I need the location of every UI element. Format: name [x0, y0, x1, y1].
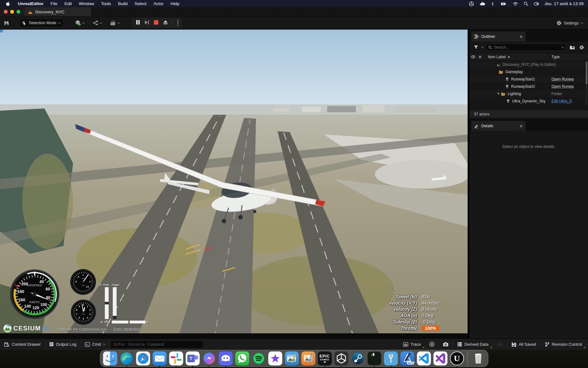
menu-unrealeditor[interactable]: UnrealEditor: [14, 1, 47, 6]
dock-icon-imovie[interactable]: [268, 351, 282, 366]
dock-icon-epic-games[interactable]: EPICGAMES: [318, 351, 332, 366]
close-icon[interactable]: [520, 35, 523, 38]
outliner-search-input[interactable]: [494, 45, 560, 50]
menu-window[interactable]: Window: [75, 1, 98, 6]
favorite-column-star-icon[interactable]: [476, 55, 483, 59]
chevron-down-icon[interactable]: [481, 45, 484, 48]
dock-icon-edge[interactable]: [119, 351, 133, 366]
add-actor-button[interactable]: [75, 20, 84, 26]
dock-icon-terminal[interactable]: $: [367, 351, 381, 366]
dock-icon-unity[interactable]: [334, 351, 348, 366]
screenshot-button[interactable]: [439, 339, 453, 350]
menu-edit[interactable]: Edit: [61, 1, 75, 6]
open-runway-link[interactable]: Open Runwa: [551, 77, 587, 81]
visibility-column-eye-icon[interactable]: [470, 55, 476, 59]
dock-icon-whatsapp[interactable]: [235, 351, 249, 366]
selection-mode-dropdown[interactable]: Selection Mode: [19, 18, 64, 27]
close-icon[interactable]: [520, 125, 523, 128]
dock-icon-finder[interactable]: [103, 351, 117, 366]
tree-row-level[interactable]: Discovery_NYC (Play In Editor): [470, 61, 588, 68]
save-button[interactable]: [4, 20, 9, 26]
console-command-input[interactable]: [114, 341, 200, 348]
terminal-icon: [85, 342, 90, 347]
dock-icon-photo-editor[interactable]: [285, 351, 299, 366]
pie-options-kebab-icon[interactable]: [177, 20, 179, 26]
battery-icon[interactable]: [500, 2, 507, 6]
frame-skip-button[interactable]: [145, 20, 149, 26]
chevron-down-icon[interactable]: [561, 45, 564, 48]
menu-help[interactable]: Help: [167, 1, 183, 6]
close-window-button[interactable]: [4, 10, 8, 14]
output-log-button[interactable]: Output Log: [45, 339, 80, 350]
dock-icon-visual-studio[interactable]: [433, 351, 447, 366]
svg-text:6: 6: [79, 316, 80, 319]
zoom-window-button[interactable]: [17, 10, 20, 14]
data-attribution-link[interactable]: Data attribution: [113, 327, 140, 332]
dock-icon-steam[interactable]: [351, 351, 365, 366]
screen: UnrealEditor File Edit Window Tools Buil…: [0, 0, 588, 368]
dock-icon-slack[interactable]: [169, 351, 183, 366]
menu-actor[interactable]: Actor: [150, 1, 167, 6]
tree-row-runwaystart1[interactable]: RunwayStart1 Open Runwa: [470, 75, 588, 83]
revision-control-button[interactable]: Revision Control: [541, 339, 586, 350]
outliner-settings-gear-icon[interactable]: [578, 44, 585, 51]
apple-menu[interactable]: [0, 1, 14, 6]
dock-icon-xcode-beta[interactable]: BETA: [400, 351, 414, 366]
tab-outliner[interactable]: Outliner: [471, 31, 526, 42]
svg-text:2: 2: [89, 280, 91, 283]
settings-button[interactable]: Settings: [556, 20, 588, 26]
spotlight-icon[interactable]: [524, 1, 528, 6]
dock-icon-mail[interactable]: [152, 351, 166, 366]
all-saved-button[interactable]: All Saved: [507, 339, 540, 350]
edit-ultra-dynamic-sky-link[interactable]: Edit Ultra_D: [551, 99, 587, 103]
onedrive-icon[interactable]: [479, 2, 485, 6]
dock-icon-safari[interactable]: [136, 351, 150, 366]
dock-icon-fork[interactable]: [384, 351, 398, 366]
expander-arrow-icon[interactable]: [497, 93, 500, 94]
column-item-label[interactable]: Item Label: [488, 55, 510, 59]
game-viewport[interactable]: 40 60 80 100 120 140 160 180 200 AIRSPEE…: [0, 30, 468, 338]
stop-button[interactable]: [154, 20, 159, 26]
wifi-icon[interactable]: [513, 2, 518, 6]
insights-pause-button[interactable]: [425, 339, 439, 350]
dock-icon-vscode[interactable]: [417, 351, 431, 366]
open-runway-link[interactable]: Open Runwa: [551, 84, 587, 89]
tree-row-runwaystart2[interactable]: RunwayStart2 Open Runwa: [470, 83, 588, 90]
blueprints-button[interactable]: [93, 20, 102, 25]
dock-icon-spotify[interactable]: [252, 351, 266, 366]
dock-icon-discord[interactable]: [219, 351, 233, 366]
menu-clock[interactable]: Jeu. 17 août à 13:39: [544, 1, 584, 6]
menu-tools[interactable]: Tools: [98, 1, 115, 6]
filter-icon[interactable]: [472, 44, 480, 51]
pie-controls: [132, 18, 182, 28]
menu-build[interactable]: Build: [115, 1, 131, 6]
unity-icon[interactable]: [469, 1, 474, 6]
column-type[interactable]: Type: [551, 55, 560, 59]
control-center-icon[interactable]: [534, 2, 539, 6]
level-tab[interactable]: Discovery_NYC: [25, 7, 91, 16]
upgrade-link[interactable]: Upgrade for commercial use.: [57, 327, 108, 332]
menu-select[interactable]: Select: [131, 1, 150, 6]
branch-icon: [545, 342, 550, 347]
derived-data-button[interactable]: Derived Data: [453, 339, 493, 350]
content-drawer-button[interactable]: Content Drawer: [0, 339, 45, 350]
cmd-dropdown[interactable]: Cmd: [81, 339, 109, 350]
outliner-scrollbar[interactable]: [586, 61, 587, 105]
minimize-window-button[interactable]: [10, 10, 14, 14]
tree-row-lighting-folder[interactable]: Lighting Folder: [470, 90, 588, 97]
dock-icon-messenger[interactable]: [202, 351, 216, 366]
dock-icon-graphics-editor[interactable]: [301, 351, 315, 366]
bluetooth-icon[interactable]: [491, 1, 494, 6]
dock-icon-unreal[interactable]: U: [450, 351, 464, 366]
tab-details[interactable]: Details: [471, 121, 526, 131]
pause-button[interactable]: [136, 20, 140, 26]
tree-row-ultra-dynamic-sky[interactable]: Ultra_Dynamic_Sky Edit Ultra_D: [470, 97, 588, 105]
menu-file[interactable]: File: [47, 1, 61, 6]
tree-row-gameplay-folder[interactable]: Gameplay: [470, 68, 588, 75]
dock-icon-trash[interactable]: [471, 351, 485, 366]
dock-icon-teams[interactable]: T: [186, 351, 199, 366]
cinematics-button[interactable]: [110, 20, 119, 26]
trace-button[interactable]: Trace: [399, 339, 425, 350]
eject-button[interactable]: [163, 20, 168, 26]
new-folder-button[interactable]: [568, 44, 576, 51]
